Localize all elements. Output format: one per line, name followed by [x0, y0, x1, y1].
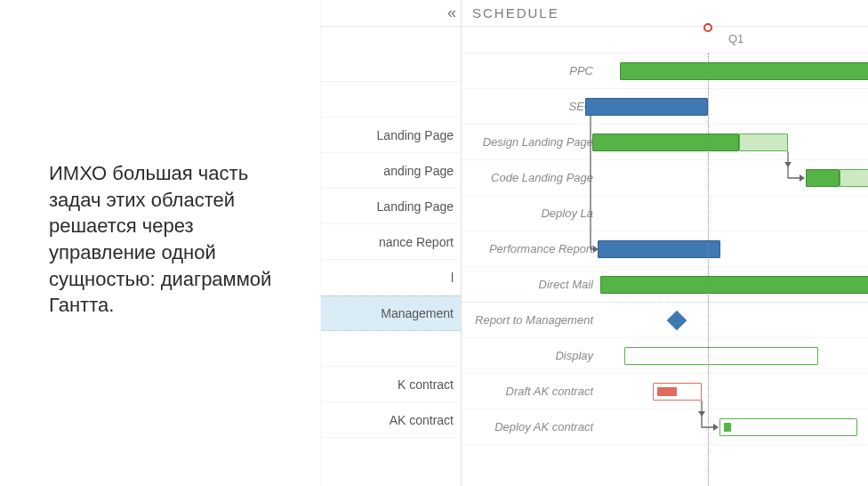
gantt-bar[interactable]: [739, 134, 788, 151]
task-row[interactable]: [321, 82, 461, 117]
gantt-row: PPC: [462, 53, 868, 89]
gantt-app: « Landing Pageanding PageLanding Pagenan…: [320, 0, 868, 486]
task-row[interactable]: anding Page: [321, 153, 461, 189]
gantt-row: Deploy La: [462, 196, 868, 231]
row-label: Design Landing Page: [462, 125, 604, 159]
gantt-bar[interactable]: [592, 134, 739, 151]
gantt-bar[interactable]: [840, 169, 868, 187]
gantt-bar[interactable]: [620, 62, 868, 80]
gantt-row: Display: [462, 338, 868, 374]
gantt-bar[interactable]: [600, 276, 868, 294]
gantt-row: Performance Report: [462, 231, 868, 267]
collapse-button[interactable]: «: [321, 0, 461, 27]
gantt-row: Deploy AK contract: [462, 409, 868, 445]
chevron-left-icon: «: [447, 4, 452, 22]
task-row[interactable]: Landing Page: [321, 189, 461, 224]
row-label: Direct Mail: [462, 267, 604, 302]
gantt-rows[interactable]: PPCSEODesign Landing PageCode Landing Pa…: [462, 53, 868, 486]
gantt-row: Direct Mail: [462, 267, 868, 303]
row-label: Performance Report: [462, 231, 604, 266]
milestone-diamond[interactable]: [667, 311, 687, 331]
schedule-title: SCHEDULE: [462, 0, 868, 27]
row-label: Draft AK contract: [462, 374, 604, 409]
gantt-bar[interactable]: [653, 383, 702, 401]
row-label: Deploy La: [462, 196, 604, 231]
gantt-row: SEO: [462, 89, 868, 125]
gantt-bar[interactable]: [585, 98, 708, 116]
row-label: PPC: [462, 53, 604, 88]
task-sidebar: « Landing Pageanding PageLanding Pagenan…: [321, 0, 462, 486]
gantt-bar[interactable]: [598, 240, 720, 258]
gantt-bar[interactable]: [624, 347, 818, 365]
task-row[interactable]: l: [321, 260, 461, 296]
schedule-panel: SCHEDULE Q1 PPCSEODesign Landing PageCod…: [462, 0, 868, 486]
task-row[interactable]: AK contract: [321, 402, 461, 438]
gantt-row: Code Landing Page: [462, 160, 868, 196]
caption-text: ИМХО большая часть задач этих областей р…: [0, 0, 320, 486]
row-label: Code Landing Page: [462, 160, 604, 195]
gantt-bar[interactable]: [719, 418, 857, 436]
gantt-bar[interactable]: [806, 169, 840, 187]
task-row[interactable]: Management: [321, 296, 461, 331]
quarter-label: Q1: [728, 32, 743, 45]
task-row[interactable]: [321, 331, 461, 367]
row-label: Deploy AK contract: [462, 409, 604, 444]
gantt-row: Report to Management: [462, 303, 868, 338]
task-row[interactable]: Landing Page: [321, 117, 461, 153]
today-marker: [703, 23, 712, 32]
row-label: SEO: [462, 89, 604, 124]
task-row[interactable]: K contract: [321, 367, 461, 402]
timeline-header[interactable]: Q1: [462, 27, 868, 53]
today-line: [708, 53, 709, 486]
gantt-row: Design Landing Page: [462, 125, 868, 160]
task-row[interactable]: nance Report: [321, 224, 461, 260]
row-label: Report to Management: [462, 303, 604, 337]
gantt-row: Draft AK contract: [462, 374, 868, 409]
row-label: Display: [462, 338, 604, 373]
